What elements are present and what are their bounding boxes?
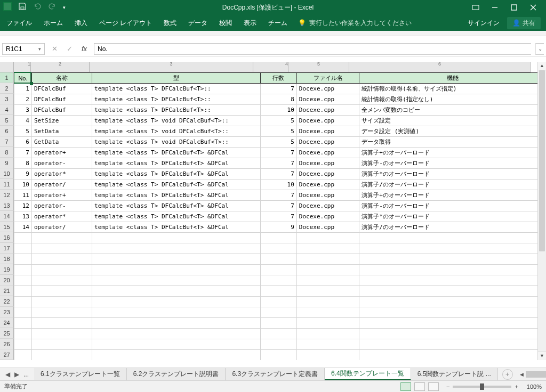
cell[interactable]: 7 [260,158,296,169]
row-header[interactable]: 3 [0,94,14,104]
row-header[interactable]: 23 [0,307,14,317]
cell[interactable] [296,233,359,243]
cell[interactable] [14,297,32,307]
close-icon[interactable] [528,2,539,13]
view-pagebreak-icon[interactable] [428,382,439,391]
cell[interactable] [260,254,296,265]
cell[interactable] [92,265,261,275]
table-row[interactable] [14,286,546,297]
row-header[interactable]: 20 [0,275,14,285]
cell[interactable]: Docexe.cpp [296,105,359,116]
cell[interactable]: Docexe.cpp [296,190,359,201]
table-row[interactable] [14,318,546,329]
new-sheet-button[interactable]: + [502,369,513,380]
cell[interactable] [31,265,92,275]
cell[interactable] [359,286,546,297]
tab-view[interactable]: 表示 [243,17,258,30]
table-row[interactable]: 9operator*template <class T> DFCalcBuf<T… [14,169,546,179]
cell[interactable]: SetData [31,126,92,137]
sheet-nav-prev-icon[interactable]: ◀ [5,371,10,378]
col-header[interactable]: 3 [90,62,253,72]
col-header[interactable]: 5 [288,62,349,72]
cell[interactable] [14,265,32,275]
table-row[interactable] [14,339,546,350]
header-cell[interactable]: 名称 [31,73,92,84]
header-cell[interactable]: 型 [92,73,261,84]
row-header[interactable]: 25 [0,328,14,339]
row-header[interactable]: 8 [0,147,14,158]
hscroll-thumb[interactable] [526,371,546,378]
cell[interactable]: 12 [14,201,32,211]
cell[interactable]: template <class T> DFCalcBuf<T> &DFCal [92,201,261,211]
cell[interactable] [92,339,261,350]
cell[interactable] [296,286,359,297]
vertical-scrollbar[interactable]: ▲ ▼ [537,62,546,360]
cell[interactable]: template <class T> DFCalcBuf<T> &DFCal [92,211,261,222]
cell[interactable]: GetData [31,137,92,148]
cell[interactable] [92,297,261,307]
cell[interactable]: SetSize [31,116,92,126]
cell[interactable]: データ取得 [359,137,546,148]
share-button[interactable]: 👤 共有 [507,17,541,29]
cell[interactable] [31,297,92,307]
cell[interactable]: template <class T> DFCalcBuf<T> &DFCal [92,158,261,169]
cell[interactable]: Docexe.cpp [296,179,359,190]
tab-data[interactable]: データ [187,17,208,30]
table-row[interactable]: 8operator-template <class T> DFCalcBuf<T… [14,158,546,169]
cell[interactable]: 9 [260,222,296,233]
cell[interactable] [92,307,261,318]
cell[interactable]: 8 [260,94,296,105]
cell[interactable] [31,254,92,265]
maximize-icon[interactable] [509,2,519,13]
col-header[interactable]: 4 [253,62,288,72]
table-row[interactable]: 13operator*template <class T> DFCalcBuf<… [14,211,546,222]
cell[interactable] [296,243,359,254]
formula-expand-icon[interactable]: ⌄ [535,43,544,55]
cell[interactable]: 1 [14,84,32,94]
cell[interactable]: 10 [14,179,32,190]
cell[interactable]: サイズ設定 [359,116,546,126]
table-row[interactable]: 2DFCalcBuftemplate <class T> DFCalcBuf<T… [14,94,546,105]
sheet-tab[interactable]: 6.3クラステンプレート定義書 [226,368,325,380]
header-cell[interactable]: ファイル名 [296,73,359,84]
row-header[interactable]: 4 [0,104,14,115]
cell[interactable] [31,243,92,254]
cell[interactable]: operator+ [31,148,92,158]
zoom-in-icon[interactable]: + [515,383,518,390]
cell[interactable]: 統計情報の取得(名前、サイズ指定) [359,84,546,94]
cell[interactable]: 演算子/のオーバーロード [359,222,546,233]
cell[interactable]: template <class T> DFCalcBuf<T> &DFCal [92,179,261,190]
cell[interactable]: 統計情報の取得(指定なし) [359,94,546,105]
save-icon[interactable] [18,2,27,13]
cell[interactable]: 7 [260,169,296,179]
cell[interactable]: 6 [14,137,32,148]
col-header[interactable]: 6 [349,62,531,72]
cell[interactable]: 9 [14,169,32,179]
tab-insert[interactable]: 挿入 [74,17,89,30]
select-all-corner[interactable] [0,62,14,72]
cell[interactable] [260,243,296,254]
cell[interactable] [359,254,546,265]
cell[interactable] [14,243,32,254]
cell[interactable]: 5 [260,137,296,148]
cell[interactable]: 5 [14,126,32,137]
cell[interactable] [92,350,261,361]
row-header[interactable]: 11 [0,179,14,190]
tab-home[interactable]: ホーム [43,17,64,30]
row-header[interactable]: 18 [0,254,14,264]
cell[interactable] [260,339,296,350]
cell[interactable]: Docexe.cpp [296,126,359,137]
fx-icon[interactable]: fx [79,45,90,53]
cell[interactable]: DFCalcBuf [31,94,92,105]
cell[interactable] [14,254,32,265]
row-header[interactable]: 16 [0,232,14,243]
cell[interactable]: データ設定 (実測値) [359,126,546,137]
table-row[interactable]: 5SetDatatemplate <class T> void DFCalcBu… [14,126,546,137]
cell[interactable] [31,307,92,318]
cell[interactable] [296,254,359,265]
cell[interactable]: operator- [31,158,92,169]
ribbon-display-icon[interactable] [470,2,481,13]
cell[interactable]: operator* [31,169,92,179]
zoom-slider-handle[interactable] [480,383,484,390]
cell[interactable]: template <class T> void DFCalcBuf<T>:: [92,137,261,148]
